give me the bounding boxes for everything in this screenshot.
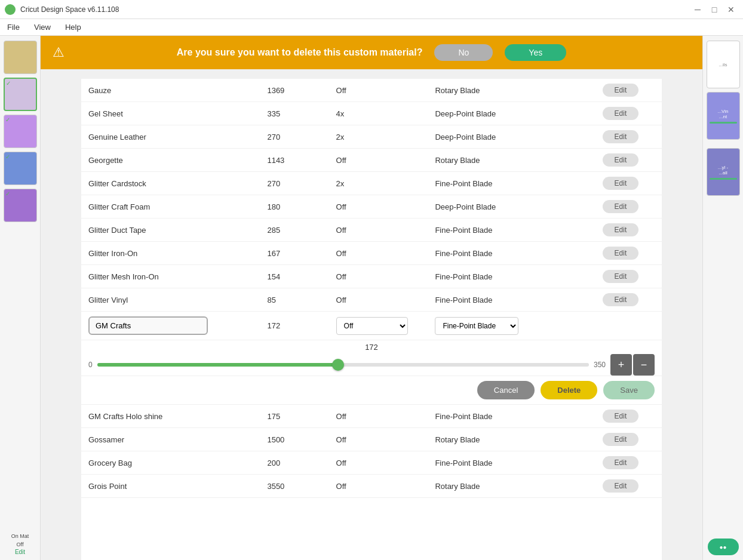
cell-name: Gel Sheet bbox=[81, 102, 260, 125]
slider-thumb[interactable] bbox=[332, 359, 344, 371]
edit-button[interactable]: Edit bbox=[603, 223, 639, 236]
checkmark-icon-4: ✓ bbox=[5, 190, 10, 197]
cell-action: Edit bbox=[579, 451, 662, 475]
edit-button[interactable]: Edit bbox=[603, 410, 639, 423]
cell-name: Grois Point bbox=[81, 475, 260, 498]
confirm-yes-button[interactable]: Yes bbox=[505, 44, 566, 61]
slider-track[interactable] bbox=[97, 359, 589, 371]
slider-value-label: 172 bbox=[365, 343, 378, 352]
minus-button[interactable]: − bbox=[633, 354, 655, 376]
cell-name: Glitter Iron-On bbox=[81, 242, 260, 265]
cell-pressure: 1500 bbox=[260, 428, 328, 451]
cell-name: Grocery Bag bbox=[81, 451, 260, 475]
cell-blade: Rotary Blade bbox=[428, 79, 579, 102]
table-row: Glitter Cardstock 270 2x Fine-Point Blad… bbox=[81, 172, 662, 195]
delete-button[interactable]: Delete bbox=[541, 381, 597, 399]
edit-button[interactable]: Edit bbox=[603, 270, 639, 283]
cancel-button[interactable]: Cancel bbox=[477, 381, 535, 399]
cell-name: Gauze bbox=[81, 79, 260, 102]
cell-name: Glitter Craft Foam bbox=[81, 195, 260, 219]
close-button[interactable]: ✕ bbox=[724, 2, 738, 17]
materials-panel: Gauze 1369 Off Rotary Blade Edit Gel She… bbox=[81, 79, 662, 560]
edit-button[interactable]: Edit bbox=[603, 479, 639, 493]
table-row: Glitter Iron-On 167 Off Fine-Point Blade… bbox=[81, 242, 662, 265]
slider-row: 172 0 350 + − bbox=[81, 340, 662, 376]
table-row: Glitter Duct Tape 285 Off Fine-Point Bla… bbox=[81, 219, 662, 242]
cell-name: Glitter Mesh Iron-On bbox=[81, 265, 260, 288]
slider-fill bbox=[97, 363, 338, 367]
cell-pressure: 1369 bbox=[260, 79, 328, 102]
minimize-button[interactable]: ─ bbox=[690, 2, 705, 17]
materials-table-scroll[interactable]: Gauze 1369 Off Rotary Blade Edit Gel She… bbox=[81, 79, 662, 560]
material-name-input[interactable] bbox=[88, 316, 208, 335]
active-blade-cell: Fine-Point BladeDeep-Point BladeRotary B… bbox=[428, 312, 579, 340]
edit-button[interactable]: Edit bbox=[603, 293, 639, 306]
edit-button[interactable]: Edit bbox=[603, 177, 639, 190]
checkmark-icon-3: ✓ bbox=[5, 153, 10, 160]
left-thumb-0[interactable] bbox=[4, 41, 37, 74]
right-action-btn[interactable]: ●● bbox=[708, 539, 739, 555]
cell-name: Glitter Duct Tape bbox=[81, 219, 260, 242]
cell-action: Edit bbox=[579, 172, 662, 195]
cell-pressure: 3550 bbox=[260, 475, 328, 498]
cell-pressure: 180 bbox=[260, 195, 328, 219]
menu-view[interactable]: View bbox=[32, 21, 53, 33]
edit-button[interactable]: Edit bbox=[603, 247, 639, 260]
action-row: Cancel Delete Save bbox=[81, 376, 662, 404]
cell-name: Gossamer bbox=[81, 428, 260, 451]
cell-action: Edit bbox=[579, 428, 662, 451]
menu-help[interactable]: Help bbox=[63, 21, 84, 33]
cell-pressure: 85 bbox=[260, 288, 328, 312]
cell-action: Edit bbox=[579, 265, 662, 288]
cell-multi: Off bbox=[329, 242, 428, 265]
on-mat-status: Off bbox=[2, 540, 38, 549]
window-controls: ─ □ ✕ bbox=[690, 2, 738, 17]
table-row: Gossamer 1500 Off Rotary Blade Edit bbox=[81, 428, 662, 451]
cell-name: Georgette bbox=[81, 149, 260, 172]
cell-multi: Off bbox=[329, 288, 428, 312]
title-bar-left: Cricut Design Space v6.11.108 bbox=[5, 4, 119, 15]
right-thumb-0[interactable]: ...ils bbox=[707, 41, 740, 88]
left-thumb-1[interactable]: ✓ bbox=[4, 78, 37, 111]
table-row: Genuine Leather 270 2x Deep-Point Blade … bbox=[81, 125, 662, 149]
edit-button[interactable]: Edit bbox=[603, 84, 639, 97]
left-thumb-2[interactable]: ✓ bbox=[4, 115, 37, 148]
table-row: Gauze 1369 Off Rotary Blade Edit bbox=[81, 79, 662, 102]
cell-action: Edit bbox=[579, 288, 662, 312]
cell-action: Edit bbox=[579, 149, 662, 172]
cell-action: Edit bbox=[579, 475, 662, 498]
confirm-banner: ⚠ Are you sure you want to delete this c… bbox=[41, 36, 702, 69]
app-title: Cricut Design Space v6.11.108 bbox=[20, 5, 119, 14]
save-button[interactable]: Save bbox=[603, 381, 655, 399]
multi-select[interactable]: Off2x4x bbox=[336, 317, 408, 335]
cell-pressure: 200 bbox=[260, 451, 328, 475]
confirm-no-button[interactable]: No bbox=[434, 44, 493, 61]
on-mat-edit-link[interactable]: Edit bbox=[2, 549, 38, 555]
cell-name: Genuine Leather bbox=[81, 125, 260, 149]
right-thumb-2[interactable]: ...yl - ...all bbox=[707, 148, 740, 196]
left-thumb-4[interactable]: ✓ bbox=[4, 189, 37, 222]
left-thumb-3[interactable]: ✓ bbox=[4, 152, 37, 185]
maximize-button[interactable]: □ bbox=[707, 2, 721, 17]
edit-button[interactable]: Edit bbox=[603, 130, 639, 143]
title-bar: Cricut Design Space v6.11.108 ─ □ ✕ bbox=[0, 0, 743, 19]
table-row: Grois Point 3550 Off Rotary Blade Edit bbox=[81, 475, 662, 498]
cell-pressure: 270 bbox=[260, 172, 328, 195]
checkmark-icon-1: ✓ bbox=[6, 80, 11, 87]
edit-button[interactable]: Edit bbox=[603, 200, 639, 213]
cell-pressure: 335 bbox=[260, 102, 328, 125]
menu-file[interactable]: File bbox=[5, 21, 22, 33]
cell-name: Glitter Vinyl bbox=[81, 288, 260, 312]
plus-button[interactable]: + bbox=[610, 354, 632, 376]
edit-button[interactable]: Edit bbox=[603, 433, 639, 446]
warning-icon: ⚠ bbox=[53, 45, 65, 60]
cell-action: Edit bbox=[579, 219, 662, 242]
cell-blade: Fine-Point Blade bbox=[428, 242, 579, 265]
right-thumb-1[interactable]: ...Vin ...nt bbox=[707, 92, 740, 140]
edit-button[interactable]: Edit bbox=[603, 107, 639, 120]
edit-button[interactable]: Edit bbox=[603, 153, 639, 167]
table-row: Glitter Craft Foam 180 Off Deep-Point Bl… bbox=[81, 195, 662, 219]
blade-select[interactable]: Fine-Point BladeDeep-Point BladeRotary B… bbox=[435, 317, 518, 335]
edit-button[interactable]: Edit bbox=[603, 456, 639, 469]
cell-multi: 4x bbox=[329, 102, 428, 125]
